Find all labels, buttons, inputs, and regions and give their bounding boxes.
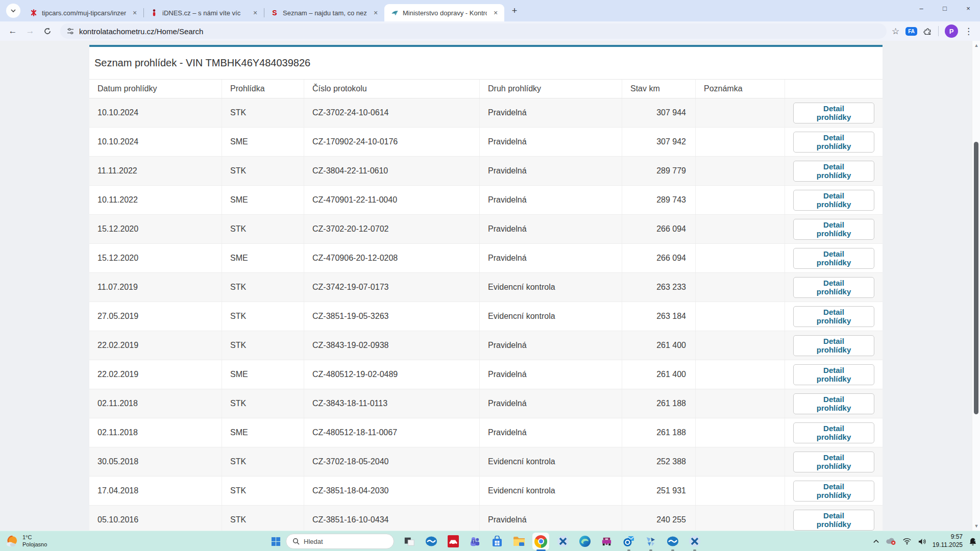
taskbar-app-file-explorer[interactable] xyxy=(508,531,530,551)
detail-prohlidky-button[interactable]: Detail prohlídky xyxy=(793,103,874,123)
cell-odometer-km: 261 400 xyxy=(622,360,696,389)
detail-prohlidky-button[interactable]: Detail prohlídky xyxy=(793,335,874,356)
taskbar-app-x1[interactable] xyxy=(552,531,574,551)
cell-odometer-km: 240 255 xyxy=(622,506,696,531)
close-icon[interactable]: × xyxy=(491,8,500,17)
cell-action: Detail prohlídky xyxy=(785,273,883,302)
taskbar-app-chrome[interactable] xyxy=(530,531,552,551)
cell-inspection-type: STK xyxy=(222,98,304,127)
page-scrollbar[interactable]: ▲ ▼ xyxy=(972,41,980,531)
tray-time: 9:57 xyxy=(933,533,963,541)
detail-prohlidky-button[interactable]: Detail prohlídky xyxy=(793,481,874,502)
taskbar-app-outlook[interactable] xyxy=(618,531,640,551)
detail-prohlidky-button[interactable]: Detail prohlídky xyxy=(793,422,874,443)
cell-protocol-number: CZ-470901-22-11-0040 xyxy=(304,186,480,214)
tipcars-car-icon xyxy=(448,535,459,547)
browser-menu-icon[interactable]: ⋮ xyxy=(964,26,973,37)
browser-toolbar: ← → kontrolatachometru.cz/Home/Search ☆ … xyxy=(0,21,980,41)
detail-prohlidky-button[interactable]: Detail prohlídky xyxy=(793,364,874,385)
close-icon[interactable]: × xyxy=(130,8,139,17)
tab-tipcars[interactable]: tipcars.com/muj-tipcars/inzerce × xyxy=(23,4,143,21)
tab-search-button[interactable] xyxy=(6,4,20,18)
forward-button[interactable]: → xyxy=(22,23,38,39)
table-row: 22.02.2019 STK CZ-3843-19-02-0938 Pravid… xyxy=(89,331,883,360)
cell-odometer-km: 261 400 xyxy=(622,331,696,360)
taskbar-app-edge[interactable] xyxy=(574,531,596,551)
tab-title: tipcars.com/muj-tipcars/inzerce xyxy=(42,9,126,17)
detail-prohlidky-button[interactable]: Detail prohlídky xyxy=(793,393,874,414)
close-icon[interactable]: × xyxy=(371,8,380,17)
col-header-date: Datum prohlídky xyxy=(89,80,222,98)
cell-protocol-number: CZ-480512-18-11-0067 xyxy=(304,418,480,447)
taskbar-app-teams[interactable]: T xyxy=(464,531,486,551)
ministerstvo-favicon-icon xyxy=(390,9,399,17)
url-text: kontrolatachometru.cz/Home/Search xyxy=(79,27,203,36)
tray-clock[interactable]: 9:57 19.11.2025 xyxy=(933,533,963,549)
profile-avatar[interactable]: P xyxy=(945,24,958,38)
reload-button[interactable] xyxy=(40,23,55,39)
onedrive-error-icon[interactable] xyxy=(886,537,896,545)
cell-inspection-type: SME xyxy=(222,128,304,156)
scroll-down-icon[interactable]: ▼ xyxy=(972,523,980,529)
taskbar-app-bird-2[interactable] xyxy=(662,531,683,551)
cell-protocol-number: CZ-3851-16-10-0434 xyxy=(304,506,480,531)
col-header-note: Poznámka xyxy=(696,80,785,98)
idnes-favicon-icon xyxy=(150,9,158,17)
scrollbar-thumb[interactable] xyxy=(974,142,978,414)
cell-inspection-date: 10.10.2024 xyxy=(89,128,222,156)
back-button[interactable]: ← xyxy=(5,23,20,39)
detail-prohlidky-button[interactable]: Detail prohlídky xyxy=(793,161,874,182)
minimize-button[interactable]: – xyxy=(910,0,933,16)
detail-prohlidky-button[interactable]: Detail prohlídky xyxy=(793,248,874,269)
taskbar-app-tipcars[interactable] xyxy=(442,531,464,551)
wifi-icon[interactable] xyxy=(902,538,912,545)
cell-action: Detail prohlídky xyxy=(785,215,883,243)
cell-protocol-number: CZ-3742-19-07-0173 xyxy=(304,273,480,302)
cell-note xyxy=(696,98,785,127)
detail-prohlidky-button[interactable]: Detail prohlídky xyxy=(793,306,874,327)
window-close-button[interactable]: × xyxy=(957,0,980,16)
cell-protocol-number: CZ-170902-24-10-0176 xyxy=(304,128,480,156)
notification-bell-icon[interactable]: z xyxy=(969,537,977,546)
extensions-puzzle-icon[interactable] xyxy=(923,27,932,36)
cell-inspection-type: STK xyxy=(222,215,304,243)
cell-protocol-number: CZ-3851-18-04-2030 xyxy=(304,477,480,505)
bookmark-star-icon[interactable]: ☆ xyxy=(892,26,899,37)
taskbar-search-input[interactable]: Hledat xyxy=(286,534,394,549)
close-icon[interactable]: × xyxy=(251,8,260,17)
site-info-icon[interactable] xyxy=(66,27,75,35)
cell-odometer-km: 261 188 xyxy=(622,418,696,447)
detail-prohlidky-button[interactable]: Detail prohlídky xyxy=(793,510,874,531)
taskbar-app-x2[interactable] xyxy=(683,531,705,551)
detail-prohlidky-button[interactable]: Detail prohlídky xyxy=(793,219,874,240)
table-row: 10.10.2024 STK CZ-3702-24-10-0614 Pravid… xyxy=(89,98,883,128)
taskbar-app-store[interactable] xyxy=(486,531,508,551)
weather-widget[interactable]: 1°C Polojasno xyxy=(5,531,47,551)
speaker-icon[interactable] xyxy=(918,538,926,545)
address-bar[interactable]: kontrolatachometru.cz/Home/Search xyxy=(60,23,887,39)
cell-note xyxy=(696,389,785,418)
maximize-button[interactable]: □ xyxy=(933,0,957,16)
detail-prohlidky-button[interactable]: Detail prohlídky xyxy=(793,132,874,153)
taskbar-app-desktop[interactable] xyxy=(398,531,420,551)
cell-odometer-km: 289 779 xyxy=(622,157,696,185)
cell-action: Detail prohlídky xyxy=(785,477,883,505)
taskbar-app-shards[interactable] xyxy=(640,531,662,551)
taskbar-app-bird[interactable] xyxy=(420,531,442,551)
fa-extension-icon[interactable]: FA xyxy=(905,27,917,36)
new-tab-button[interactable]: + xyxy=(507,4,522,18)
tab-idnes[interactable]: iDNES.cz – s námi víte víc × xyxy=(144,4,264,21)
cell-note xyxy=(696,506,785,531)
tab-seznam[interactable]: S Seznam – najdu tam, co neznám × xyxy=(264,4,384,21)
start-button[interactable] xyxy=(265,531,286,551)
detail-prohlidky-button[interactable]: Detail prohlídky xyxy=(793,277,874,298)
tab-ministerstvo-dopravy[interactable]: Ministerstvo dopravy - Kontrola × xyxy=(384,4,504,21)
search-placeholder: Hledat xyxy=(304,538,323,545)
detail-prohlidky-button[interactable]: Detail prohlídky xyxy=(793,452,874,472)
search-icon xyxy=(292,538,300,545)
tray-chevron-up-icon[interactable] xyxy=(873,538,879,545)
scroll-up-icon[interactable]: ▲ xyxy=(972,43,980,48)
x-app-icon xyxy=(689,535,701,547)
detail-prohlidky-button[interactable]: Detail prohlídky xyxy=(793,190,874,211)
taskbar-app-car-game[interactable] xyxy=(596,531,618,551)
